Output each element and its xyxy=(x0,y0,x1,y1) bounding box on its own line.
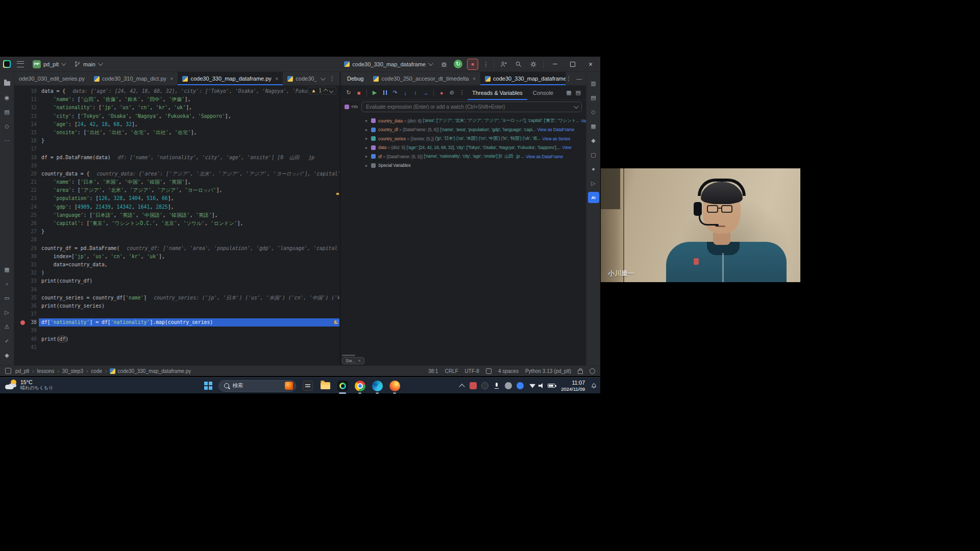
pause-icon[interactable] xyxy=(380,88,389,97)
tray-expand-icon[interactable] xyxy=(459,384,464,389)
caret-position[interactable]: 38:1 xyxy=(428,368,438,374)
line-number[interactable]: 40 xyxy=(14,335,39,343)
rerun-button[interactable]: ↻ xyxy=(454,60,462,68)
breadcrumbs[interactable]: pd_plt›lessons›30_step3›code›code30_330_… xyxy=(15,368,191,374)
code-line[interactable]: 17 xyxy=(14,145,339,153)
line-number[interactable]: 19 xyxy=(14,162,39,170)
tray-game-icon[interactable] xyxy=(470,382,477,389)
code-line[interactable]: 26 'capital': ['東京', 'ワシントンD.C.', '北京', … xyxy=(14,219,339,228)
line-number[interactable]: 11 xyxy=(14,95,39,104)
code-line[interactable]: 39 xyxy=(14,327,339,335)
chevron-down-icon[interactable] xyxy=(321,76,326,81)
taskbar-app-pycharm-icon[interactable] xyxy=(337,380,349,392)
editor-tab[interactable]: code30_310_map_dict.py× xyxy=(89,72,178,85)
code-line[interactable]: 30 index=['jp', 'us', 'cn', 'kr', 'uk'], xyxy=(14,253,339,261)
mute-breakpoints-icon[interactable]: ⊘ xyxy=(447,88,456,97)
line-number[interactable]: 41 xyxy=(14,343,39,352)
expand-icon[interactable]: ▸ xyxy=(365,154,371,159)
line-number[interactable]: 10 xyxy=(14,87,39,95)
variable-row[interactable]: ▸country_df = {DataFrame: (5, 6)} ['name… xyxy=(365,126,586,135)
code-line[interactable]: 22 'area': ['アジア', '北米', 'アジア', 'アジア', '… xyxy=(14,186,339,194)
branch-selector[interactable]: main xyxy=(71,59,104,69)
line-number[interactable]: 39 xyxy=(14,327,39,335)
readonly-icon[interactable] xyxy=(486,368,492,374)
code-line[interactable]: 41 xyxy=(14,343,339,352)
code-line[interactable]: 16} xyxy=(14,137,339,145)
taskbar-app-explorer-icon[interactable] xyxy=(320,380,331,392)
line-number[interactable]: 24 xyxy=(14,203,39,211)
view-link[interactable]: View as DataFrame xyxy=(537,127,575,132)
rerun-icon[interactable]: ↻ xyxy=(344,88,353,97)
breadcrumb-item[interactable]: code30_330_map_dataframe.py xyxy=(110,368,191,374)
more-tools-icon[interactable]: ⋯ xyxy=(2,135,13,146)
commit-icon[interactable]: ◉ xyxy=(2,92,13,103)
line-number[interactable]: 29 xyxy=(14,244,39,253)
project-selector[interactable]: PP pd_plt xyxy=(30,59,67,70)
ai-chat-icon[interactable]: AI xyxy=(588,192,599,203)
database-icon[interactable]: ▤ xyxy=(588,92,599,103)
run-to-cursor-icon[interactable]: → xyxy=(421,88,430,97)
python-packages-icon[interactable]: ▦ xyxy=(2,264,13,275)
gradle-icon[interactable]: ◇ xyxy=(588,106,599,117)
prev-problem-icon[interactable] xyxy=(324,88,328,92)
code-line[interactable]: 25 'language': ['日本語', '英語', '中国語', '韓国語… xyxy=(14,211,339,219)
code-line[interactable]: 28 xyxy=(14,236,339,244)
view-link[interactable]: View xyxy=(562,145,571,150)
tray-cloud-icon[interactable] xyxy=(517,382,524,389)
file-encoding[interactable]: UTF-8 xyxy=(465,368,479,374)
taskbar-search[interactable]: 検索 xyxy=(218,380,296,392)
line-separator[interactable]: CRLF xyxy=(445,368,458,374)
view-link[interactable]: View xyxy=(581,118,586,123)
line-number[interactable]: 20 xyxy=(14,170,39,178)
breadcrumb-item[interactable]: 30_step3 xyxy=(62,368,83,374)
dependencies-icon[interactable]: ◆ xyxy=(588,135,599,146)
view-breakpoints-icon[interactable]: ● xyxy=(437,88,446,97)
code-line[interactable]: 13 'city': ['Tokyo', 'Osaka', 'Nagoya', … xyxy=(14,112,339,120)
line-number[interactable]: 34 xyxy=(14,286,39,294)
expand-icon[interactable]: ▸ xyxy=(365,128,371,132)
breadcrumb-item[interactable]: code xyxy=(91,368,102,374)
variable-row[interactable]: ▸country_data = {dict: 6} {'area': ['アジア… xyxy=(365,116,586,126)
step-out-icon[interactable]: ↑ xyxy=(411,88,420,97)
status-misc-icon[interactable] xyxy=(590,368,595,374)
view-link[interactable]: View as Series xyxy=(543,136,571,141)
line-number[interactable]: 28 xyxy=(14,236,39,244)
search-everywhere-button[interactable] xyxy=(513,59,524,69)
system-icons[interactable] xyxy=(529,383,555,388)
line-number[interactable]: 32 xyxy=(14,269,39,277)
vcs-icon[interactable]: ◆ xyxy=(2,349,13,361)
resume-icon[interactable]: ▶ xyxy=(370,88,379,97)
code-line[interactable]: 10data = {data: {'age': [24, 42, 18, 68,… xyxy=(14,87,339,95)
variables-tree[interactable]: ▸country_data = {dict: 6} {'area': ['アジア… xyxy=(341,114,586,365)
tray-display-icon[interactable] xyxy=(505,382,512,389)
code-line[interactable]: 34 xyxy=(14,286,339,294)
code-line[interactable]: 36print(country_series) xyxy=(14,302,339,310)
more-actions-icon[interactable]: ⋮ xyxy=(483,61,489,68)
close-tab-icon[interactable]: × xyxy=(275,76,278,82)
main-menu-icon[interactable] xyxy=(17,61,24,67)
line-number[interactable]: 36 xyxy=(14,302,39,310)
line-number[interactable]: 14 xyxy=(14,120,39,129)
settings-button[interactable] xyxy=(528,59,538,69)
code-line[interactable]: 18df = pd.DataFrame(data)df: ['name', 'n… xyxy=(14,154,339,162)
expand-icon[interactable]: ▸ xyxy=(365,163,371,168)
variable-row[interactable]: ▸df = {DataFrame: (5, 5)} ['name', 'nati… xyxy=(365,152,586,161)
terminal-icon[interactable]: ▭ xyxy=(2,292,13,304)
line-number[interactable]: 26 xyxy=(14,219,39,228)
code-line[interactable]: 32) xyxy=(14,269,339,277)
run-config-selector[interactable]: code30_330_map_dataframe xyxy=(341,60,434,69)
tab-console[interactable]: Console xyxy=(528,86,558,100)
start-button[interactable] xyxy=(204,382,212,390)
bell-strip-icon[interactable]: ● xyxy=(588,163,599,174)
breadcrumb-item[interactable]: lessons xyxy=(37,368,55,374)
more-tabs-icon[interactable]: ⋮ xyxy=(329,75,335,82)
code-line[interactable]: 23 'population': [126, 328, 1404, 516, 6… xyxy=(14,194,339,203)
line-number[interactable]: 15 xyxy=(14,129,39,137)
inspections-widget[interactable]: ▲ 1 xyxy=(308,87,336,94)
services-icon[interactable]: ▷ xyxy=(2,307,13,318)
editor-tab[interactable]: ode30_030_edit_series.py xyxy=(14,72,89,85)
debug-button[interactable] xyxy=(439,59,449,69)
taskbar-clock[interactable]: 11:07 2024/11/09 xyxy=(561,380,585,392)
stop-button[interactable]: ■ xyxy=(467,59,478,70)
python-interpreter[interactable]: Python 3.13 (pd_plt) xyxy=(525,368,571,374)
